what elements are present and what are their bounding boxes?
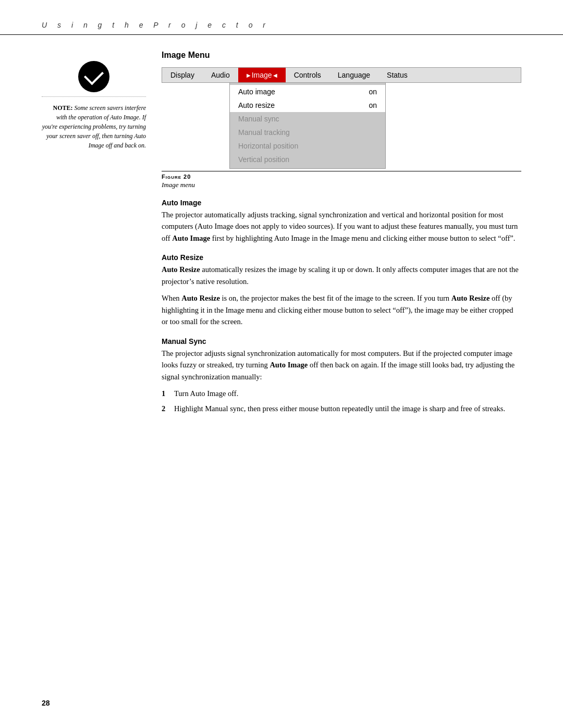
dropdown-label-manual-sync: Manual sync [238, 115, 279, 123]
main-content: NOTE: Some screen savers interfere with … [0, 51, 563, 417]
menu-item-status[interactable]: Status [378, 68, 416, 82]
list-text-1: Turn Auto Image off. [174, 388, 238, 399]
dropdown-label-vertical-position: Vertical position [238, 155, 289, 164]
menu-bar: Display Audio Image Controls Language St… [162, 67, 521, 83]
dropdown-row-manual-tracking[interactable]: Manual tracking [230, 126, 385, 139]
figure-caption: Figure 20 Image menu [162, 171, 521, 189]
heading-manual-sync: Manual Sync [162, 337, 521, 346]
dropdown-value-auto-resize: on [369, 101, 377, 109]
list-number-2: 2 [162, 403, 170, 414]
note-prefix: NOTE: [53, 104, 73, 112]
heading-auto-resize: Auto Resize [162, 253, 521, 262]
dropdown-row-auto-resize[interactable]: Auto resize on [230, 98, 385, 112]
menu-screenshot: Display Audio Image Controls Language St… [162, 67, 521, 169]
body-manual-sync: The projector adjusts signal synchroniza… [162, 348, 521, 382]
body-auto-image: The projector automatically adjusts trac… [162, 209, 521, 244]
figure-description: Image menu [162, 181, 521, 189]
left-sidebar: NOTE: Some screen savers interfere with … [42, 51, 146, 417]
dropdown-value-auto-image: on [369, 88, 377, 96]
dropdown-label-horizontal-position: Horizontal position [238, 142, 298, 150]
header-title: U s i n g t h e P r o j e c t o r [42, 21, 521, 29]
menu-item-display[interactable]: Display [162, 68, 203, 82]
menu-item-language[interactable]: Language [329, 68, 378, 82]
dots-divider [42, 96, 146, 97]
page-header: U s i n g t h e P r o j e c t o r [0, 0, 563, 35]
menu-dropdown: Auto image on Auto resize on Manual sync… [229, 83, 386, 169]
figure-label: Figure 20 [162, 174, 521, 180]
dropdown-label-auto-resize: Auto resize [238, 101, 275, 109]
section-title: Image Menu [162, 51, 521, 60]
list-item-1: 1 Turn Auto Image off. [162, 388, 521, 399]
list-number-1: 1 [162, 388, 170, 399]
menu-item-controls[interactable]: Controls [286, 68, 329, 82]
heading-auto-image: Auto Image [162, 199, 521, 207]
note-text: NOTE: Some screen savers interfere with … [42, 103, 146, 150]
dropdown-label-auto-image: Auto image [238, 88, 275, 96]
dropdown-row-manual-sync[interactable]: Manual sync [230, 112, 385, 126]
checkmark-icon [78, 61, 109, 92]
dropdown-row-horizontal-position[interactable]: Horizontal position [230, 139, 385, 153]
list-text-2: Highlight Manual sync, then press either… [174, 403, 505, 414]
dropdown-row-vertical-position[interactable]: Vertical position [230, 153, 385, 166]
right-content: Image Menu Display Audio Image Controls … [162, 51, 521, 417]
body-auto-resize-2: When Auto Resize is on, the projector ma… [162, 292, 521, 327]
menu-item-image[interactable]: Image [238, 68, 286, 82]
menu-item-audio[interactable]: Audio [203, 68, 238, 82]
dropdown-row-auto-image[interactable]: Auto image on [230, 85, 385, 98]
note-icon-area [42, 61, 146, 92]
dropdown-label-manual-tracking: Manual tracking [238, 128, 290, 137]
body-auto-resize-1: Auto Resize automatically resizes the im… [162, 264, 521, 287]
page-number: 28 [42, 699, 50, 707]
list-item-2: 2 Highlight Manual sync, then press eith… [162, 403, 521, 414]
